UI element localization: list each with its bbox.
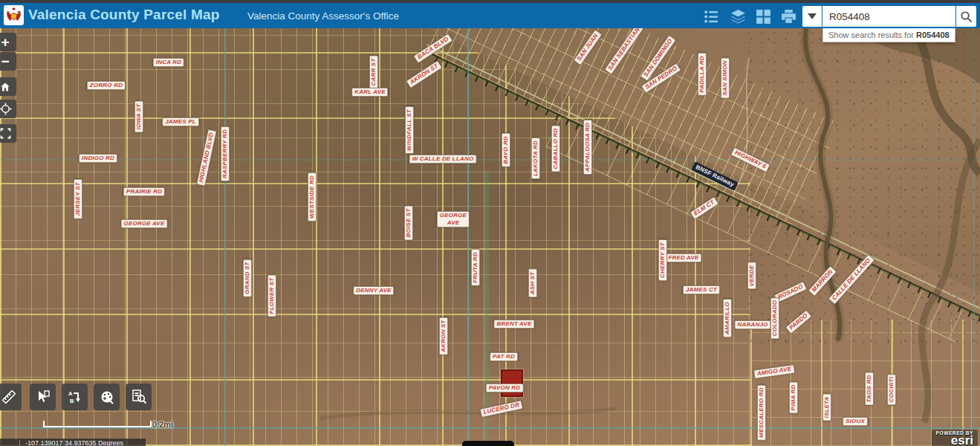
zoom-in-button[interactable]: + xyxy=(0,33,16,51)
basemap-gallery-icon[interactable] xyxy=(752,7,775,25)
locate-icon xyxy=(0,103,12,115)
search-button[interactable] xyxy=(956,6,976,27)
home-button[interactable] xyxy=(0,77,16,96)
vegetation-speckle xyxy=(743,28,980,348)
full-extent-icon xyxy=(0,128,11,139)
svg-text:A: A xyxy=(68,390,73,397)
measure-tool-button[interactable] xyxy=(0,384,22,410)
svg-text:V: V xyxy=(8,10,11,14)
draw-tool-button[interactable] xyxy=(94,384,120,410)
svg-text:C: C xyxy=(16,10,20,14)
chevron-down-icon xyxy=(808,13,817,19)
search-suggestion[interactable]: Show search results for R054408 xyxy=(822,28,955,42)
scale-bar xyxy=(43,421,152,427)
esri-logo: esri xyxy=(936,436,973,445)
drainage-line xyxy=(484,171,489,446)
app-window: INCA RDZORRO RDCARR STKARL AVEBACA BLVDA… xyxy=(0,0,980,446)
measure-icon xyxy=(1,389,17,405)
select-tool-button[interactable] xyxy=(30,384,56,410)
zoom-out-button[interactable]: − xyxy=(0,52,16,71)
page-title: Valencia County Parcel Map xyxy=(28,7,220,23)
section-line xyxy=(0,427,980,429)
directions-tool-button[interactable]: A B xyxy=(62,384,88,410)
layers-icon[interactable] xyxy=(727,7,750,25)
page-subtitle: Valencia County Assessor's Office xyxy=(201,10,446,22)
query-tool-button[interactable] xyxy=(126,384,152,410)
suggestion-term: R054408 xyxy=(916,30,950,39)
svg-text:B: B xyxy=(70,398,74,404)
bottom-popup-notch xyxy=(462,441,514,446)
draw-icon xyxy=(99,389,115,405)
directions-icon: A B xyxy=(67,389,83,405)
locate-button[interactable] xyxy=(0,100,16,118)
scale-label: 0.2mi xyxy=(152,420,173,429)
home-icon xyxy=(0,81,11,93)
esri-attribution: POWERED BY esri xyxy=(932,430,978,446)
search-box: ✕ xyxy=(822,6,955,27)
print-icon[interactable] xyxy=(777,7,800,25)
search-source-dropdown[interactable] xyxy=(802,6,822,27)
query-icon xyxy=(131,389,147,405)
full-extent-button[interactable] xyxy=(0,124,16,143)
section-line xyxy=(224,28,226,446)
coordinate-readout: -107.139017 34.937635 Degrees xyxy=(0,439,146,446)
search-icon xyxy=(960,10,973,23)
search-input[interactable] xyxy=(822,7,962,26)
county-seal-logo: V C xyxy=(4,5,24,25)
suggestion-text: Show search results for xyxy=(828,30,916,39)
selected-parcel-highlight[interactable] xyxy=(501,369,523,397)
select-icon xyxy=(35,389,51,405)
legend-icon[interactable] xyxy=(700,7,723,25)
section-line xyxy=(467,28,469,446)
